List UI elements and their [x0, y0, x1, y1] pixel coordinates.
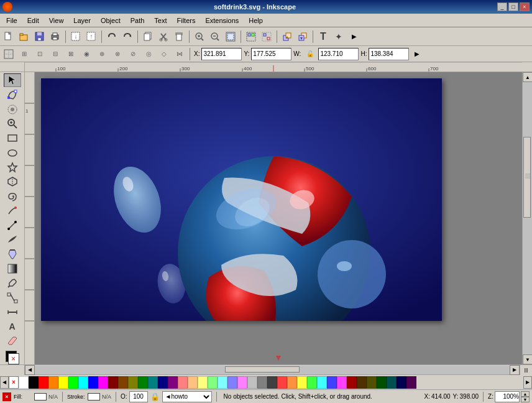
no-fill-swatch[interactable]: × [9, 376, 19, 389]
color-swatch[interactable] [277, 376, 287, 389]
color-swatch[interactable] [307, 376, 317, 389]
fill-preview[interactable] [34, 393, 47, 401]
scroll-expand[interactable]: ||| [520, 365, 532, 375]
vertical-scrollbar[interactable]: ▲ ▼ [522, 72, 532, 364]
close-button[interactable]: × [520, 2, 530, 11]
opacity-input[interactable] [129, 391, 148, 402]
h-input[interactable] [369, 48, 409, 60]
zoom-input[interactable] [495, 391, 520, 402]
color-swatch[interactable] [29, 376, 39, 389]
color-swatch[interactable] [357, 376, 367, 389]
snap4-btn[interactable]: ⊟ [48, 47, 63, 62]
scroll-thumb-h[interactable] [225, 366, 300, 373]
snap3-btn[interactable]: ⊡ [32, 47, 47, 62]
color-swatch[interactable] [188, 376, 198, 389]
snap10-btn[interactable]: ◎ [141, 47, 156, 62]
y-input[interactable] [251, 48, 291, 60]
lock-proportions[interactable]: 🔓 [303, 47, 318, 62]
minimize-button[interactable]: _ [497, 2, 507, 11]
menu-layer[interactable]: Layer [68, 16, 96, 25]
snap7-btn[interactable]: ⊕ [94, 47, 109, 62]
snap11-btn[interactable]: ◇ [157, 47, 172, 62]
maximize-button[interactable]: □ [508, 2, 518, 11]
color-swatch[interactable] [327, 376, 337, 389]
color-swatch[interactable] [88, 376, 98, 389]
ungroup-button[interactable] [259, 29, 274, 44]
raise-button[interactable]: ▲ [280, 29, 295, 44]
bucket-tool[interactable] [4, 248, 21, 261]
color-swatch[interactable] [48, 376, 58, 389]
color-swatch[interactable] [19, 376, 29, 389]
copy-button[interactable] [140, 29, 155, 44]
save-button[interactable] [32, 29, 47, 44]
selector-tool[interactable] [4, 73, 21, 87]
color-swatch[interactable] [237, 376, 247, 389]
snap9-btn[interactable]: ⊘ [126, 47, 140, 62]
scroll-down-button[interactable]: ▼ [523, 354, 532, 364]
color-swatch[interactable] [317, 376, 327, 389]
rect-tool[interactable] [4, 131, 21, 145]
w-input[interactable] [318, 48, 359, 60]
lock-icon[interactable]: 🔒 [150, 392, 160, 401]
color-swatch[interactable] [98, 376, 108, 389]
zoom-up[interactable]: ▲ [521, 391, 530, 397]
color-swatch[interactable] [377, 376, 387, 389]
color-swatch[interactable] [367, 376, 377, 389]
menu-object[interactable]: Object [96, 16, 126, 25]
text-tool-btn[interactable]: T [316, 29, 331, 44]
node-tool-btn[interactable]: ✦ [331, 29, 346, 44]
layer-select[interactable]: ◄howto [162, 391, 212, 402]
color-swatch[interactable] [406, 376, 416, 389]
palette-scroll-left[interactable]: ◀ [0, 376, 9, 389]
export-button[interactable]: ↑ [84, 29, 99, 44]
spiral-tool[interactable] [4, 189, 21, 203]
color-swatch[interactable] [68, 376, 78, 389]
zoom-down[interactable]: ▼ [521, 397, 530, 402]
color-swatch[interactable] [208, 376, 218, 389]
color-swatch[interactable] [218, 376, 227, 389]
text-tool[interactable]: A [4, 320, 21, 333]
menu-path[interactable]: Path [126, 16, 150, 25]
drawing-canvas[interactable] [41, 78, 442, 321]
snap8-btn[interactable]: ⊗ [110, 47, 125, 62]
cut-button[interactable] [156, 29, 171, 44]
redo-button[interactable] [120, 29, 135, 44]
node-tool[interactable] [4, 88, 21, 101]
zoom-tool[interactable] [4, 117, 21, 131]
color-swatch[interactable] [108, 376, 118, 389]
color-swatch[interactable] [198, 376, 208, 389]
color-swatch[interactable] [138, 376, 148, 389]
open-button[interactable] [17, 29, 32, 44]
calligraphy-tool[interactable] [4, 233, 21, 246]
gradient-tool[interactable] [4, 262, 21, 276]
scroll-track-v[interactable] [523, 82, 532, 354]
color-swatch[interactable] [387, 376, 397, 389]
menu-edit[interactable]: Edit [22, 16, 44, 25]
snap5-btn[interactable]: ⊠ [63, 47, 78, 62]
snap6-btn[interactable]: ◉ [79, 47, 94, 62]
scroll-right-button[interactable]: ▶ [510, 365, 520, 375]
color-swatch[interactable] [287, 376, 297, 389]
scroll-thumb-v[interactable] [523, 137, 531, 218]
scroll-track-h[interactable] [35, 366, 510, 374]
menu-text[interactable]: Text [149, 16, 172, 25]
3dbox-tool[interactable] [4, 175, 21, 188]
color-swatch[interactable] [347, 376, 357, 389]
palette-scroll-right[interactable]: ▶ [523, 376, 532, 389]
color-swatch[interactable] [267, 376, 277, 389]
snap-btn[interactable] [1, 47, 16, 62]
toolbar2-expand[interactable]: ▶ [410, 47, 424, 62]
ellipse-tool[interactable] [4, 146, 21, 159]
color-swatch[interactable] [178, 376, 188, 389]
color-swatch[interactable] [227, 376, 237, 389]
connector-tool[interactable] [4, 290, 21, 304]
pen-tool[interactable] [4, 218, 21, 232]
eraser-tool[interactable] [4, 334, 21, 348]
zoom-fit-button[interactable] [223, 29, 238, 44]
fill-stroke-indicator[interactable]: × [4, 350, 21, 362]
snap2-btn[interactable]: ⊞ [17, 47, 32, 62]
zoom-in-button[interactable] [192, 29, 207, 44]
dropper-tool[interactable] [4, 276, 21, 290]
snap12-btn[interactable]: ⋈ [172, 47, 187, 62]
zoom-spinner[interactable]: ▲ ▼ [521, 391, 530, 402]
